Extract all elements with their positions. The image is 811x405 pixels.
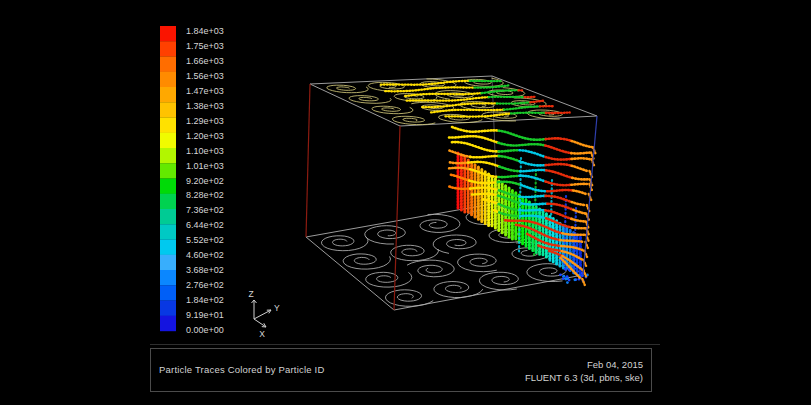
colorbar-segment xyxy=(160,240,176,255)
colorbar-segment xyxy=(160,72,176,87)
particle-strand xyxy=(571,184,587,185)
colorbar-segment xyxy=(160,209,176,224)
colorbar-label: 0.00e+00 xyxy=(186,325,224,335)
colorbar-label: 1.01e+03 xyxy=(186,161,224,171)
particle-strand xyxy=(571,153,589,154)
colorbar-segment xyxy=(160,57,176,72)
colorbar-segment xyxy=(160,26,176,41)
colorbar-segment xyxy=(160,118,176,133)
caption-title: Particle Traces Colored by Particle ID xyxy=(159,364,324,375)
particle-strand xyxy=(520,196,546,197)
particle-dot xyxy=(574,278,577,281)
particle-dot xyxy=(566,281,569,284)
z-axis-label: Z xyxy=(248,289,253,299)
app-version: FLUENT 6.3 (3d, pbns, ske) xyxy=(525,372,643,385)
particle-strand xyxy=(572,158,590,159)
colorbar-label: 1.29e+03 xyxy=(186,116,224,126)
colorbar-label: 2.76e+02 xyxy=(186,280,224,290)
colorbar-label: 1.38e+03 xyxy=(186,101,224,111)
colorbar-segment xyxy=(160,148,176,163)
particle-strand xyxy=(499,176,520,177)
colorbar-segment xyxy=(160,133,176,148)
colorbar-segment xyxy=(160,301,176,316)
colorbar-labels: 1.84e+031.75e+031.66e+031.56e+031.47e+03… xyxy=(186,26,224,335)
colorbar-segment xyxy=(160,41,176,56)
particle-strand xyxy=(519,210,545,211)
particle-dot xyxy=(559,273,562,276)
caption-bar: Particle Traces Colored by Particle ID F… xyxy=(150,348,652,392)
colorbar-segment xyxy=(160,224,176,239)
particle-dot xyxy=(564,278,567,281)
colorbar-label: 1.20e+03 xyxy=(186,131,224,141)
colorbar-segment xyxy=(160,102,176,117)
colorbar-label: 1.84e+03 xyxy=(186,26,224,36)
particle-strand xyxy=(520,170,546,171)
colorbar-label: 9.19e+01 xyxy=(186,310,224,320)
particle-dot xyxy=(564,268,567,271)
surface-trace xyxy=(546,113,570,114)
colorbar-label: 3.68e+02 xyxy=(186,265,224,275)
particle-strand xyxy=(521,203,547,204)
particle-strand xyxy=(547,190,573,191)
colorbar-label: 6.44e+02 xyxy=(186,220,224,230)
colorbar-label: 1.66e+03 xyxy=(186,56,224,66)
colorbar-segment xyxy=(160,285,176,300)
x-axis-label: X xyxy=(259,329,265,339)
particle-strand xyxy=(450,162,468,163)
colorbar-segment xyxy=(160,87,176,102)
colorbar-label: 1.10e+03 xyxy=(186,146,224,156)
particle-dot xyxy=(562,277,565,280)
viewport-divider xyxy=(150,344,660,345)
colorbar-label: 4.60e+02 xyxy=(186,250,224,260)
colorbar-segment xyxy=(160,255,176,270)
particle-strand xyxy=(499,150,520,151)
colorbar-label: 5.52e+02 xyxy=(186,235,224,245)
particle-strand xyxy=(572,228,585,229)
colorbar-label: 1.47e+03 xyxy=(186,86,224,96)
colorbar xyxy=(160,26,176,331)
fluent-graphics-window: 1.84e+031.75e+031.66e+031.56e+031.47e+03… xyxy=(0,0,811,405)
colorbar-label: 1.75e+03 xyxy=(186,41,224,51)
colorbar-segment xyxy=(160,179,176,194)
particle-strand xyxy=(470,156,499,157)
y-axis-label: Y xyxy=(274,303,280,313)
colorbar-label: 9.20e+02 xyxy=(186,176,224,186)
particle-dot xyxy=(562,275,565,278)
colorbar-label: 1.84e+02 xyxy=(186,295,224,305)
colorbar-segment xyxy=(160,270,176,285)
colorbar-label: 1.56e+03 xyxy=(186,71,224,81)
plot-date: Feb 04, 2015 xyxy=(525,359,643,372)
colorbar-label: 7.36e+02 xyxy=(186,205,224,215)
particle-dot xyxy=(568,279,571,282)
colorbar-segment xyxy=(160,194,176,209)
colorbar-segment xyxy=(160,163,176,178)
surface-trace xyxy=(511,113,546,114)
colorbar-label: 8.28e+02 xyxy=(186,190,224,200)
colorbar-segment xyxy=(160,316,176,331)
particle-dot xyxy=(566,275,569,278)
